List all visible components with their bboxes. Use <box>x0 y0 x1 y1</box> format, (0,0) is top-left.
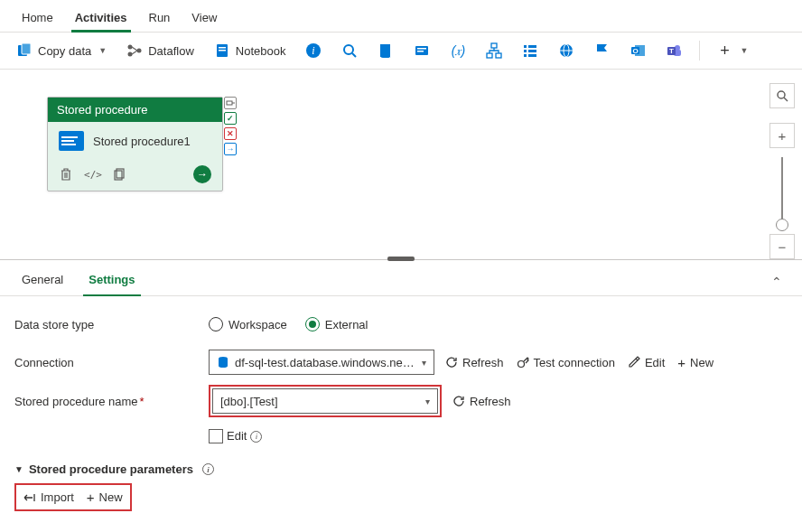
connector-completion[interactable]: → <box>224 143 237 155</box>
sp-params-section[interactable]: ▼ Stored procedure parameters i <box>14 462 788 476</box>
flag-icon[interactable] <box>587 38 618 63</box>
svg-point-2 <box>128 45 133 50</box>
dataflow-icon <box>126 42 143 59</box>
canvas-search-icon[interactable] <box>769 83 795 108</box>
new-param-button[interactable]: +New <box>87 490 123 504</box>
svg-rect-16 <box>491 43 497 48</box>
svg-text:T: T <box>669 47 674 55</box>
svg-rect-18 <box>496 53 501 58</box>
svg-rect-24 <box>528 54 536 57</box>
svg-point-38 <box>778 91 785 98</box>
sp-name-dropdown[interactable]: [dbo].[Test] ▾ <box>212 388 438 414</box>
tab-general[interactable]: General <box>13 267 72 295</box>
sp-name-value: [dbo].[Test] <box>220 395 420 408</box>
connector-success[interactable]: ✓ <box>224 112 237 125</box>
svg-rect-17 <box>487 53 492 58</box>
tab-home[interactable]: Home <box>11 5 64 32</box>
zoom-slider[interactable] <box>781 157 783 225</box>
svg-text:O: O <box>633 47 639 55</box>
connector-generic[interactable] <box>224 97 237 109</box>
notebook-icon <box>214 42 230 59</box>
svg-rect-37 <box>227 101 232 105</box>
svg-rect-1 <box>22 43 31 54</box>
refresh-label: Refresh <box>462 356 504 369</box>
edit-label: Edit <box>645 356 665 369</box>
add-button[interactable]: +▼ <box>709 38 755 63</box>
info-icon[interactable]: i <box>250 431 262 443</box>
svg-rect-12 <box>380 44 390 57</box>
copy-icon[interactable] <box>113 167 127 182</box>
data-store-type-label: Data store type <box>14 318 209 331</box>
svg-text:i: i <box>312 44 315 57</box>
sp-params-label: Stored procedure parameters <box>29 462 193 476</box>
variable-icon[interactable]: (𝑥) <box>443 38 473 63</box>
stored-procedure-icon <box>59 131 84 151</box>
svg-rect-14 <box>417 48 426 50</box>
dataflow-button[interactable]: Dataflow <box>119 38 201 63</box>
svg-rect-6 <box>219 47 226 49</box>
import-params-button[interactable]: Import <box>23 490 74 504</box>
settings-form: Data store type Workspace External Conne… <box>0 296 802 524</box>
svg-point-41 <box>518 361 524 368</box>
edit-checkbox[interactable]: Edit <box>209 429 247 444</box>
edit-checkbox-label: Edit <box>227 429 247 443</box>
run-arrow-icon[interactable]: → <box>193 165 211 183</box>
activity-name: Stored procedure1 <box>93 135 191 148</box>
radio-workspace[interactable]: Workspace <box>209 317 287 331</box>
zoom-out-button[interactable]: − <box>769 234 795 259</box>
script-icon[interactable] <box>370 38 401 63</box>
tab-settings[interactable]: Settings <box>79 267 144 295</box>
panel-divider[interactable] <box>0 259 802 260</box>
separator <box>699 41 700 61</box>
activity-connectors: ✓ ✕ → <box>224 97 237 155</box>
notebook-button[interactable]: Notebook <box>207 38 294 63</box>
tab-activities[interactable]: Activities <box>64 5 138 32</box>
chevron-down-icon: ▼ <box>98 46 107 55</box>
toolbar: Copy data ▼ Dataflow Notebook i (𝑥) O T … <box>0 33 802 70</box>
tab-run[interactable]: Run <box>138 5 182 32</box>
search-icon[interactable] <box>334 38 365 63</box>
svg-rect-20 <box>528 45 536 48</box>
chevron-down-icon: ▼ <box>14 464 23 474</box>
list-icon[interactable] <box>515 38 546 63</box>
svg-rect-21 <box>524 50 527 52</box>
properties-tabs: General Settings ⌃ <box>0 260 802 296</box>
edit-connection-button[interactable]: Edit <box>628 356 665 369</box>
outlook-icon[interactable]: O <box>623 38 654 63</box>
copy-data-icon <box>16 42 33 59</box>
chevron-down-icon: ▾ <box>425 397 430 406</box>
canvas[interactable]: Stored procedure Stored procedure1 </> →… <box>0 70 802 259</box>
tab-view[interactable]: View <box>181 5 228 32</box>
info-icon[interactable]: i <box>298 38 329 63</box>
connector-failure[interactable]: ✕ <box>224 127 237 140</box>
radio-external[interactable]: External <box>305 317 368 331</box>
delete-icon[interactable] <box>59 167 73 182</box>
connection-value: df-sql-test.database.windows.net;tes… <box>235 356 416 369</box>
import-label: Import <box>41 490 74 504</box>
svg-rect-15 <box>417 51 424 52</box>
refresh-sp-label: Refresh <box>470 395 511 408</box>
refresh-connection-button[interactable]: Refresh <box>445 356 504 369</box>
copy-data-button[interactable]: Copy data ▼ <box>9 38 114 63</box>
svg-rect-22 <box>528 50 536 52</box>
hierarchy-icon[interactable] <box>479 38 509 63</box>
connection-dropdown[interactable]: df-sql-test.database.windows.net;tes… ▾ <box>209 350 434 375</box>
new-param-label: New <box>99 490 123 504</box>
svg-rect-19 <box>524 45 527 48</box>
activity-card[interactable]: Stored procedure Stored procedure1 </> → <box>47 97 223 191</box>
chevron-down-icon: ▾ <box>422 358 426 368</box>
params-actions: Import +New <box>14 483 132 511</box>
sp-icon[interactable] <box>406 38 437 63</box>
refresh-sp-button[interactable]: Refresh <box>452 395 511 408</box>
teams-icon[interactable]: T <box>659 38 690 63</box>
new-connection-button[interactable]: +New <box>677 356 713 369</box>
test-connection-button[interactable]: Test connection <box>517 356 615 369</box>
zoom-in-button[interactable]: + <box>769 123 795 148</box>
svg-line-39 <box>784 98 788 101</box>
info-icon[interactable]: i <box>202 463 214 475</box>
svg-rect-23 <box>524 54 527 57</box>
sp-name-label: Stored procedure name* <box>14 395 209 408</box>
code-icon[interactable]: </> <box>86 167 100 182</box>
globe-icon[interactable] <box>551 38 582 63</box>
database-icon <box>217 356 229 369</box>
